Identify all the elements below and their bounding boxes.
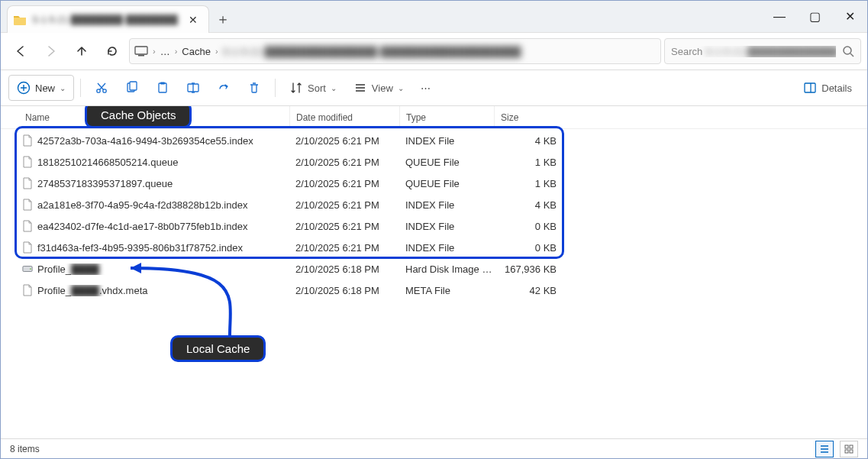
copy-icon — [125, 81, 139, 95]
file-type: INDEX File — [399, 199, 494, 211]
annotation-cache-label: Cache Objects — [85, 106, 192, 128]
svg-rect-19 — [845, 450, 848, 453]
tab-title: S-1-5-21-████████-████████ — [32, 15, 178, 25]
annotation-local-cache-label: Local Cache — [170, 335, 266, 362]
file-size: 42 KB — [494, 285, 564, 296]
col-type[interactable]: Type — [399, 106, 494, 128]
view-button[interactable]: View ⌄ — [346, 75, 411, 101]
svg-point-2 — [844, 47, 851, 54]
folder-icon — [14, 15, 26, 25]
svg-rect-0 — [135, 47, 147, 54]
clipboard-icon — [156, 81, 169, 95]
file-row[interactable]: 1818251021466850521­4.queue2/10/2025 6:2… — [1, 151, 867, 173]
file-date: 2/10/2025 6:18 PM — [289, 285, 399, 296]
file-name: 42572a3b-703a-4a16-9494-3b269354ce55.ind… — [37, 135, 289, 147]
new-tab-button[interactable]: ＋ — [209, 5, 237, 32]
new-button[interactable]: New ⌄ — [8, 75, 74, 101]
file-size: 4 KB — [494, 199, 564, 211]
file-icon — [21, 156, 34, 168]
svg-rect-17 — [845, 445, 848, 448]
cut-button[interactable] — [87, 75, 116, 101]
paste-button[interactable] — [148, 75, 177, 101]
rename-button[interactable] — [179, 75, 208, 101]
rename-icon — [186, 81, 200, 95]
file-type: META File — [399, 285, 494, 296]
details-pane-button[interactable]: Details — [795, 75, 860, 101]
search-box[interactable]: Search S-1-5-21-█████████████ — [664, 38, 861, 64]
nav-row: › … › Cache › S-1-5-21-████████████████-… — [1, 33, 867, 69]
file-name: 1818251021466850521­4.queue — [37, 157, 289, 168]
pc-icon — [134, 46, 148, 57]
file-size: 1 KB — [494, 178, 564, 189]
status-count: 8 items — [10, 444, 40, 454]
file-type: QUEUE File — [399, 157, 494, 168]
svg-rect-18 — [850, 445, 853, 448]
file-type: INDEX File — [399, 242, 494, 254]
file-row[interactable]: f31d463a-fef3-4b95-9395-806b31f78752.ind… — [1, 237, 867, 258]
col-date[interactable]: Date modified — [289, 106, 399, 128]
file-type: INDEX File — [399, 135, 494, 147]
svg-rect-20 — [850, 450, 853, 453]
file-row[interactable]: 42572a3b-703a-4a16-9494-3b269354ce55.ind… — [1, 130, 867, 151]
svg-rect-8 — [130, 82, 137, 90]
file-type: Hard Disk Image F… — [399, 263, 494, 275]
file-icon — [21, 134, 34, 147]
file-row[interactable]: a2a181e8-3f70-4a95-9c4a-f2d38828b12b.ind… — [1, 194, 867, 215]
file-list[interactable]: 42572a3b-703a-4a16-9494-3b269354ce55.ind… — [1, 130, 867, 438]
sort-icon — [289, 81, 303, 95]
file-icon — [21, 220, 34, 232]
view-icons-button[interactable] — [840, 441, 858, 457]
trash-icon — [247, 81, 261, 95]
minimize-button[interactable]: — — [762, 1, 797, 32]
tab-close-button[interactable]: ✕ — [184, 11, 202, 29]
refresh-button[interactable] — [98, 37, 126, 65]
file-row[interactable]: Profile_████2/10/2025 6:18 PMHard Disk I… — [1, 258, 867, 280]
file-type: INDEX File — [399, 221, 494, 232]
file-icon — [21, 284, 34, 296]
file-name: ea423402-d7fe-4c1d-ae17-8b0b775feb1b.ind… — [37, 221, 289, 232]
plus-circle-icon — [17, 81, 31, 95]
more-button[interactable]: ⋯ — [413, 75, 438, 101]
breadcrumb-cache[interactable]: Cache — [182, 46, 211, 57]
back-button[interactable] — [7, 37, 34, 65]
up-button[interactable] — [68, 37, 95, 65]
titlebar: S-1-5-21-████████-████████ ✕ ＋ — ▢ ✕ — [1, 1, 867, 33]
file-name: f31d463a-fef3-4b95-9395-806b31f78752.ind… — [37, 242, 289, 254]
view-details-button[interactable] — [815, 441, 834, 457]
svg-point-15 — [30, 268, 31, 270]
svg-rect-12 — [805, 83, 815, 92]
file-date: 2/10/2025 6:21 PM — [289, 221, 399, 232]
forward-button[interactable] — [37, 37, 65, 65]
file-date: 2/10/2025 6:21 PM — [289, 157, 399, 168]
file-date: 2/10/2025 6:21 PM — [289, 199, 399, 211]
breadcrumb-current[interactable]: S-1-5-21-████████████████-██████████████… — [223, 46, 521, 57]
search-placeholder: Search S-1-5-21-█████████████ — [671, 46, 836, 57]
file-name: a2a181e8-3f70-4a95-9c4a-f2d38828b12b.ind… — [37, 199, 289, 211]
explorer-window: S-1-5-21-████████-████████ ✕ ＋ — ▢ ✕ — [0, 0, 868, 459]
file-type: QUEUE File — [399, 178, 494, 189]
copy-button[interactable] — [118, 75, 147, 101]
file-size: 4 KB — [494, 135, 564, 147]
scissors-icon — [95, 81, 108, 95]
tab-current[interactable]: S-1-5-21-████████-████████ ✕ — [7, 5, 209, 33]
close-button[interactable]: ✕ — [832, 1, 867, 32]
col-size[interactable]: Size — [494, 106, 564, 128]
delete-button[interactable] — [240, 75, 269, 101]
breadcrumb-overflow[interactable]: … — [160, 46, 170, 57]
file-size: 0 KB — [494, 242, 564, 254]
file-row[interactable]: ea423402-d7fe-4c1d-ae17-8b0b775feb1b.ind… — [1, 215, 867, 237]
file-row[interactable]: 2748537183395371897.queue2/10/2025 6:21 … — [1, 173, 867, 194]
file-date: 2/10/2025 6:21 PM — [289, 242, 399, 254]
file-size: 1 KB — [494, 157, 564, 168]
maximize-button[interactable]: ▢ — [797, 1, 832, 32]
file-icon — [21, 199, 34, 211]
sort-button[interactable]: Sort ⌄ — [282, 75, 344, 101]
file-row[interactable]: Profile_████.vhdx.meta2/10/2025 6:18 PMM… — [1, 280, 867, 301]
file-date: 2/10/2025 6:21 PM — [289, 178, 399, 189]
svg-rect-10 — [160, 82, 165, 85]
file-icon — [21, 241, 34, 254]
share-button[interactable] — [209, 75, 238, 101]
file-date: 2/10/2025 6:21 PM — [289, 135, 399, 147]
file-name: Profile_████ — [37, 263, 289, 275]
address-bar[interactable]: › … › Cache › S-1-5-21-████████████████-… — [129, 38, 661, 64]
